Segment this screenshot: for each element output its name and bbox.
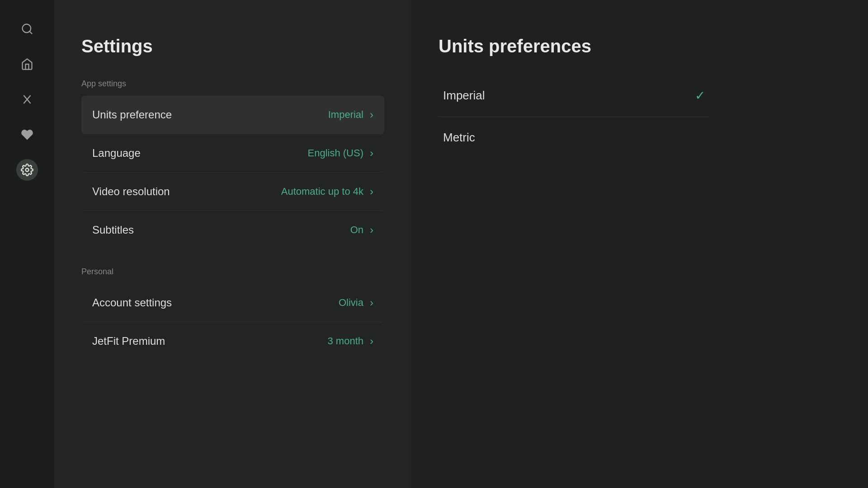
account-settings-chevron: › — [370, 296, 373, 309]
settings-title: Settings — [81, 36, 384, 56]
metric-option[interactable]: Metric — [439, 117, 710, 158]
units-preference-item[interactable]: Units preference Imperial › — [81, 96, 384, 134]
subtitles-item[interactable]: Subtitles On › — [81, 211, 384, 249]
settings-icon[interactable] — [16, 159, 38, 181]
personal-section: Personal Account settings Olivia › JetFi… — [81, 267, 384, 360]
units-preference-chevron: › — [370, 108, 373, 121]
subtitles-chevron: › — [370, 224, 373, 236]
units-preference-label: Units preference — [92, 108, 172, 121]
personal-list: Account settings Olivia › JetFit Premium… — [81, 284, 384, 360]
account-settings-item[interactable]: Account settings Olivia › — [81, 284, 384, 322]
svg-line-1 — [29, 31, 32, 33]
app-settings-section: App settings Units preference Imperial ›… — [81, 79, 384, 249]
metric-label: Metric — [443, 131, 475, 145]
right-panel-title: Units preferences — [439, 36, 841, 56]
app-settings-list: Units preference Imperial › Language Eng… — [81, 96, 384, 249]
main-content: Settings App settings Units preference I… — [54, 0, 868, 488]
video-resolution-right: Automatic up to 4k › — [281, 185, 373, 198]
video-resolution-item[interactable]: Video resolution Automatic up to 4k › — [81, 173, 384, 211]
video-resolution-chevron: › — [370, 185, 373, 198]
svg-point-4 — [26, 169, 29, 172]
app-settings-label: App settings — [81, 79, 384, 89]
home-icon[interactable] — [16, 53, 38, 75]
jetfit-premium-label: JetFit Premium — [92, 335, 165, 347]
language-right: English (US) › — [308, 147, 373, 160]
right-panel: Units preferences Imperial ✓ Metric — [411, 0, 868, 488]
personal-label: Personal — [81, 267, 384, 277]
sidebar — [0, 0, 54, 488]
language-chevron: › — [370, 147, 373, 160]
imperial-check-icon: ✓ — [695, 88, 705, 103]
units-preference-right: Imperial › — [328, 108, 373, 121]
jetfit-premium-item[interactable]: JetFit Premium 3 month › — [81, 322, 384, 360]
search-icon[interactable] — [16, 18, 38, 40]
favorites-icon[interactable] — [16, 124, 38, 145]
settings-panel: Settings App settings Units preference I… — [54, 0, 411, 488]
language-value: English (US) — [308, 147, 363, 159]
imperial-option[interactable]: Imperial ✓ — [439, 75, 710, 117]
video-resolution-label: Video resolution — [92, 185, 170, 198]
language-label: Language — [92, 147, 141, 160]
account-settings-value: Olivia — [339, 297, 363, 309]
units-options-list: Imperial ✓ Metric — [439, 75, 710, 158]
imperial-label: Imperial — [443, 89, 485, 103]
subtitles-label: Subtitles — [92, 224, 134, 236]
account-settings-label: Account settings — [92, 296, 172, 309]
jetfit-premium-right: 3 month › — [328, 335, 374, 347]
jetfit-premium-value: 3 month — [328, 335, 364, 347]
language-item[interactable]: Language English (US) › — [81, 134, 384, 173]
units-preference-value: Imperial — [328, 109, 363, 121]
subtitles-right: On › — [350, 224, 373, 236]
account-settings-right: Olivia › — [339, 296, 373, 309]
jetfit-premium-chevron: › — [370, 335, 373, 347]
workout-icon[interactable] — [16, 89, 38, 110]
video-resolution-value: Automatic up to 4k — [281, 186, 363, 197]
subtitles-value: On — [350, 224, 363, 236]
